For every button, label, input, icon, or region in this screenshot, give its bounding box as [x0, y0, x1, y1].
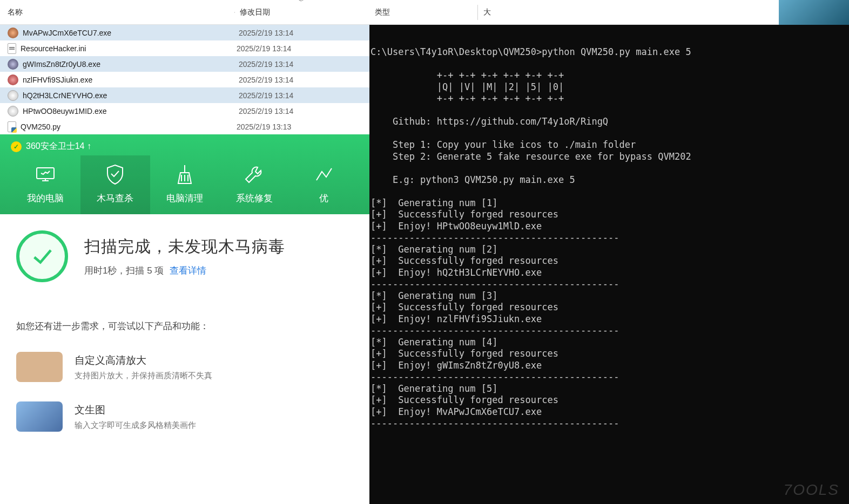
- tab-cleanup[interactable]: 电脑清理: [150, 155, 220, 214]
- optimize-icon: [312, 163, 336, 187]
- col-type[interactable]: 类型: [369, 5, 477, 20]
- tab-label: 系统修复: [219, 192, 289, 205]
- file-icon: [8, 74, 18, 85]
- sort-chevron-icon: ﹀: [298, 0, 305, 6]
- file-name: ResourceHacker.ini: [21, 44, 237, 53]
- file-icon: [8, 59, 18, 70]
- watermark: 7OOLS: [784, 481, 839, 499]
- file-icon: [8, 106, 18, 117]
- cmd-terminal[interactable]: C:\Users\T4y1oR\Desktop\QVM250>python QV…: [369, 25, 849, 504]
- file-name: hQ2tH3LCrNEYVHO.exe: [23, 91, 239, 100]
- rec-title: 文生图: [75, 403, 196, 417]
- scan-success-icon: [16, 230, 68, 282]
- explorer-header: 名称 修改日期 ﹀: [0, 0, 369, 25]
- file-row[interactable]: hQ2tH3LCrNEYVHO.exe 2025/2/19 13:14: [0, 87, 369, 103]
- scan-result-title: 扫描完成，未发现木马病毒: [84, 236, 285, 258]
- file-date: 2025/2/19 13:14: [237, 44, 291, 53]
- tab-label: 木马查杀: [80, 192, 150, 205]
- tab-label: 优: [289, 192, 359, 205]
- file-name: gWImsZn8tZr0yU8.exe: [23, 60, 239, 69]
- rec-thumbnail: [16, 352, 63, 382]
- cleanup-icon: [173, 163, 197, 187]
- rec-title: 自定义高清放大: [75, 353, 212, 367]
- app-title-bar: ✓ 360安全卫士14 ↑: [11, 141, 359, 155]
- tab-trojan-scan[interactable]: 木马查杀: [80, 155, 150, 214]
- recommendation-item[interactable]: 自定义高清放大 支持图片放大，并保持画质清晰不失真: [16, 352, 353, 382]
- tab-repair[interactable]: 系统修复: [219, 155, 289, 214]
- file-date: 2025/2/19 13:14: [239, 107, 293, 115]
- app-title: 360安全卫士14 ↑: [26, 141, 91, 152]
- file-icon: [8, 90, 18, 101]
- file-row[interactable]: nzlFHVfi9SJiukn.exe 2025/2/19 13:14: [0, 72, 369, 87]
- file-date: 2025/2/19 13:14: [239, 91, 293, 100]
- file-explorer: 名称 修改日期 ﹀ MvAPwJCmX6eTCU7.exe 2025/2/19 …: [0, 0, 369, 134]
- tab-label: 电脑清理: [150, 192, 220, 205]
- my-pc-icon: [33, 163, 57, 187]
- file-icon: [8, 121, 16, 132]
- file-name: HPtwOO8euyw1MID.exe: [23, 107, 239, 115]
- file-row[interactable]: gWImsZn8tZr0yU8.exe 2025/2/19 13:14: [0, 56, 369, 72]
- tab-label: 我的电脑: [11, 192, 80, 205]
- file-row[interactable]: HPtwOO8euyw1MID.exe 2025/2/19 13:14: [0, 103, 369, 119]
- rec-desc: 输入文字即可生成多风格精美画作: [75, 420, 196, 431]
- rec-desc: 支持图片放大，并保持画质清晰不失真: [75, 371, 212, 381]
- file-date: 2025/2/19 13:13: [237, 122, 291, 131]
- col-date[interactable]: 修改日期: [240, 8, 359, 17]
- scan-result-subtitle: 用时1秒，扫描 5 项 查看详情: [84, 264, 285, 277]
- file-date: 2025/2/19 13:14: [239, 76, 293, 84]
- file-date: 2025/2/19 13:14: [239, 29, 293, 37]
- tab-my-pc[interactable]: 我的电脑: [11, 155, 80, 214]
- cmd-output: C:\Users\T4y1oR\Desktop\QVM250>python QV…: [369, 44, 849, 504]
- view-details-link[interactable]: 查看详情: [170, 265, 206, 276]
- recommendation-item[interactable]: 文生图 输入文字即可生成多风格精美画作: [16, 401, 353, 432]
- file-row[interactable]: ResourceHacker.ini 2025/2/19 13:14: [0, 40, 369, 56]
- file-name: nzlFHVfi9SJiukn.exe: [23, 76, 239, 84]
- 360-logo-icon: ✓: [11, 141, 22, 152]
- file-icon: [8, 43, 16, 54]
- file-row[interactable]: MvAPwJCmX6eTCU7.exe 2025/2/19 13:14: [0, 25, 369, 40]
- tab-optimize[interactable]: 优: [289, 155, 359, 214]
- rec-thumbnail: [16, 401, 63, 432]
- desktop-wallpaper-sliver: [779, 0, 849, 25]
- recommend-header: 如您还有进一步需求，可尝试以下产品和功能：: [16, 320, 353, 332]
- file-date: 2025/2/19 13:14: [239, 60, 293, 69]
- col-name[interactable]: 名称: [8, 8, 240, 17]
- file-name: QVM250.py: [21, 122, 237, 131]
- trojan-scan-icon: [103, 163, 127, 187]
- col-size[interactable]: 大: [477, 5, 585, 20]
- explorer-header-right: 类型 大: [369, 0, 849, 25]
- file-row[interactable]: QVM250.py 2025/2/19 13:13: [0, 119, 369, 134]
- 360-security-app: ✓ 360安全卫士14 ↑ 我的电脑 木马查杀 电脑清理 系统修复 优 扫描完成…: [0, 134, 369, 432]
- file-icon: [8, 28, 18, 38]
- svg-rect-0: [37, 168, 54, 179]
- file-name: MvAPwJCmX6eTCU7.exe: [23, 29, 239, 37]
- repair-icon: [242, 163, 266, 187]
